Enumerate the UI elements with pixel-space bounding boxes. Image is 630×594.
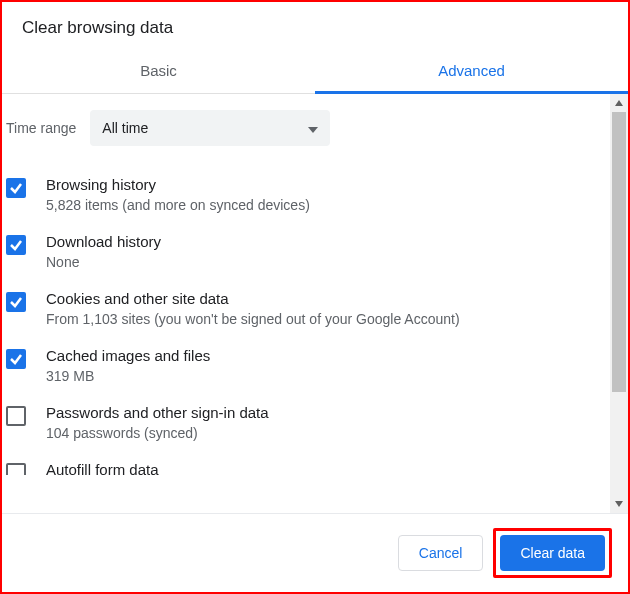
scrollbar[interactable] (610, 94, 628, 513)
option-title: Download history (46, 233, 161, 250)
option-subtitle: 319 MB (46, 368, 210, 384)
chevron-down-icon (308, 120, 318, 136)
time-range-label: Time range (6, 120, 76, 136)
clear-data-button[interactable]: Clear data (500, 535, 605, 571)
option-title: Browsing history (46, 176, 310, 193)
dialog-footer: Cancel Clear data (2, 513, 628, 592)
tabs: Basic Advanced (2, 50, 628, 94)
dialog-title: Clear browsing data (2, 2, 628, 50)
scrollbar-down-icon[interactable] (610, 495, 628, 513)
checkbox-passwords[interactable] (6, 406, 26, 426)
time-range-select[interactable]: All time (90, 110, 330, 146)
option-subtitle: 5,828 items (and more on synced devices) (46, 197, 310, 213)
time-range-value: All time (102, 120, 148, 136)
scroll-area: Time range All time Browsing history 5,8… (2, 94, 610, 513)
scrollbar-up-icon[interactable] (610, 94, 628, 112)
checkbox-cached-images[interactable] (6, 349, 26, 369)
scrollbar-thumb[interactable] (612, 112, 626, 392)
option-subtitle: None (46, 254, 161, 270)
checkbox-autofill[interactable] (6, 463, 26, 475)
clear-browsing-data-dialog: Clear browsing data Basic Advanced Time … (0, 0, 630, 594)
option-passwords: Passwords and other sign-in data 104 pas… (2, 394, 610, 451)
option-download-history: Download history None (2, 223, 610, 280)
checkbox-download-history[interactable] (6, 235, 26, 255)
tab-advanced[interactable]: Advanced (315, 50, 628, 93)
clear-data-highlight: Clear data (493, 528, 612, 578)
option-title: Cached images and files (46, 347, 210, 364)
checkbox-browsing-history[interactable] (6, 178, 26, 198)
option-subtitle: From 1,103 sites (you won't be signed ou… (46, 311, 460, 327)
time-range-row: Time range All time (2, 94, 610, 166)
checkbox-cookies[interactable] (6, 292, 26, 312)
option-subtitle: 104 passwords (synced) (46, 425, 269, 441)
options-list: Browsing history 5,828 items (and more o… (2, 166, 610, 475)
dialog-body: Time range All time Browsing history 5,8… (2, 94, 628, 513)
option-title: Autofill form data (46, 461, 159, 475)
cancel-button[interactable]: Cancel (398, 535, 484, 571)
option-cached-images: Cached images and files 319 MB (2, 337, 610, 394)
option-title: Passwords and other sign-in data (46, 404, 269, 421)
option-cookies: Cookies and other site data From 1,103 s… (2, 280, 610, 337)
option-title: Cookies and other site data (46, 290, 460, 307)
tab-basic[interactable]: Basic (2, 50, 315, 93)
option-autofill: Autofill form data (2, 451, 610, 475)
option-browsing-history: Browsing history 5,828 items (and more o… (2, 166, 610, 223)
